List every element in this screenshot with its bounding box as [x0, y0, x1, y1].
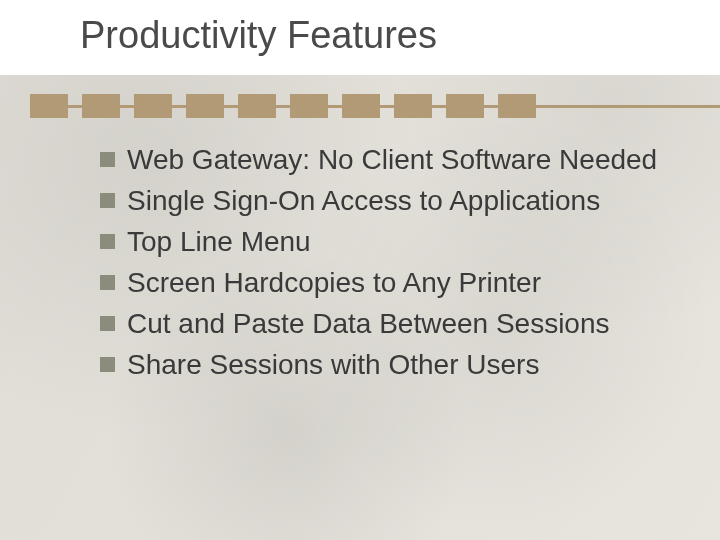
list-item: Single Sign-On Access to Applications	[100, 183, 680, 218]
list-item-text: Share Sessions with Other Users	[127, 347, 680, 382]
body-text: Web Gateway: No Client Software Needed S…	[100, 142, 680, 540]
list-item: Screen Hardcopies to Any Printer	[100, 265, 680, 300]
divider	[0, 94, 720, 122]
title-area: Productivity Features	[0, 0, 720, 75]
list-item-text: Cut and Paste Data Between Sessions	[127, 306, 680, 341]
slide-title: Productivity Features	[80, 14, 720, 57]
slide: Productivity Features Web Gateway: No Cl…	[0, 0, 720, 540]
list-item-text: Web Gateway: No Client Software Needed	[127, 142, 680, 177]
square-bullet-icon	[100, 152, 115, 167]
divider-blocks	[30, 94, 536, 118]
square-bullet-icon	[100, 234, 115, 249]
list-item: Share Sessions with Other Users	[100, 347, 680, 382]
square-bullet-icon	[100, 316, 115, 331]
square-bullet-icon	[100, 275, 115, 290]
square-bullet-icon	[100, 193, 115, 208]
list-item-text: Screen Hardcopies to Any Printer	[127, 265, 680, 300]
list-item: Top Line Menu	[100, 224, 680, 259]
list-item-text: Single Sign-On Access to Applications	[127, 183, 680, 218]
list-item: Cut and Paste Data Between Sessions	[100, 306, 680, 341]
list-item-text: Top Line Menu	[127, 224, 680, 259]
list-item: Web Gateway: No Client Software Needed	[100, 142, 680, 177]
square-bullet-icon	[100, 357, 115, 372]
